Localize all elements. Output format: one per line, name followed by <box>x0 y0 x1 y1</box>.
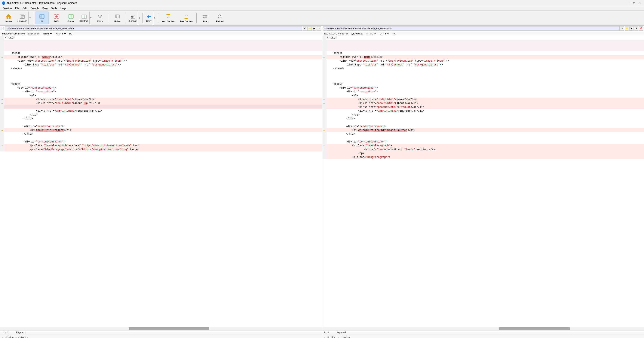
menu-search[interactable]: Search <box>29 6 40 10</box>
left-encoding-select[interactable]: UTF-8ASCII <box>56 32 66 35</box>
horizontal-scrollbar-right[interactable] <box>322 327 644 330</box>
table-row: <div id="headerContainer"> <box>322 124 644 128</box>
sessions-dropdown-arrow[interactable]: ▼ <box>28 12 32 24</box>
sessions-main[interactable]: Sessions <box>16 12 28 24</box>
line-indicator <box>322 74 326 78</box>
keyword-left: Keyword <box>16 331 25 334</box>
right-format-select[interactable]: HTMLText <box>366 32 376 35</box>
line-indicator <box>0 124 4 128</box>
menu-help[interactable]: Help <box>59 6 68 10</box>
line-indicator <box>322 136 326 140</box>
table-row: </div> <box>0 132 322 136</box>
right-encoding-select[interactable]: UTF-8ASCII <box>379 32 390 35</box>
context-dropdown-arrow[interactable]: ▼ <box>90 12 92 24</box>
svg-rect-26 <box>184 18 188 18</box>
menu-view[interactable]: View <box>40 6 50 10</box>
filepath-open-folder-left[interactable]: 📁 <box>308 26 312 30</box>
filepath-browse-right[interactable]: ▼ <box>620 26 624 30</box>
menu-edit[interactable]: Edit <box>21 6 29 10</box>
context-button[interactable]: Context ▼ <box>79 12 92 24</box>
scrollbar-thumb-right[interactable] <box>499 327 570 330</box>
copy-dropdown-arrow[interactable]: ▼ <box>153 12 156 24</box>
line-indicator <box>322 124 326 128</box>
filepath-open-folder-right[interactable]: 📁 <box>625 26 629 30</box>
filepath-input-left[interactable] <box>5 26 302 30</box>
next-section-button[interactable]: Next Section <box>160 12 177 24</box>
table-row: <link rel="shortcut icon" href="img/favi… <box>322 59 644 63</box>
filepath-nav-right[interactable]: ▶ <box>630 26 634 30</box>
format-main[interactable]: A a Format <box>128 12 138 24</box>
line-indicator <box>322 63 326 67</box>
line-indicator <box>0 136 4 140</box>
sessions-button[interactable]: Sessions ▼ <box>16 12 32 24</box>
maximize-button[interactable]: □ <box>632 1 637 5</box>
filepath-nav-left[interactable]: ▶ <box>312 26 316 30</box>
fileinfo-left: 8/30/2024 4:34:54 PM 2,414 bytes HTMLTex… <box>0 31 322 36</box>
filepath-input-right[interactable] <box>323 26 620 30</box>
prev-section-icon <box>183 14 189 20</box>
context-main[interactable]: Context <box>79 12 90 24</box>
filepath-pin-right[interactable]: 📌 <box>639 26 643 30</box>
line-indicator <box>322 140 326 144</box>
code-text: <div id="contentWrapper"> <box>4 86 322 90</box>
fileinfo-right: 10/23/2024 2:46:32 PM 2,310 bytes HTMLTe… <box>322 31 644 36</box>
swap-button[interactable]: Swap <box>198 12 212 24</box>
svg-text:a: a <box>133 16 134 18</box>
table-row: ⇐ <p class="learnParagraph"> <box>322 144 644 148</box>
svg-rect-10 <box>69 14 71 18</box>
diff-arrow: ⇒ <box>1 128 3 132</box>
home-button[interactable]: Home <box>2 12 16 24</box>
code-text: </div> <box>4 132 322 136</box>
reload-button[interactable]: Reload <box>213 12 226 24</box>
code-text: <html> <box>4 36 322 40</box>
code-text <box>4 136 322 140</box>
diff-pane-right[interactable]: <html> <head> ⇐ <title>Tower :: Home</ti… <box>322 36 644 327</box>
format-button[interactable]: A a Format ▼ <box>128 12 141 24</box>
diff-arrow: ⇐ <box>323 144 325 148</box>
menu-session[interactable]: Session <box>1 6 14 10</box>
copy-main[interactable]: Copy <box>144 12 153 24</box>
horizontal-scrollbar-left[interactable] <box>0 327 322 330</box>
table-row: <li><a href="product.html">Product</a></… <box>322 105 644 109</box>
line-indicator <box>0 63 4 67</box>
line-indicator <box>322 70 326 74</box>
code-text: <link type="text/css" rel="stylesheet" h… <box>4 63 322 67</box>
copy-button[interactable]: Copy ▼ <box>144 12 156 24</box>
diffs-button[interactable]: Diffs <box>50 12 63 24</box>
table-row: </div> <box>322 132 644 136</box>
format-icon: A a <box>130 14 136 20</box>
format-dropdown-arrow[interactable]: ▼ <box>138 12 141 24</box>
table-row: <html> <box>322 36 644 40</box>
table-row: ⇐ <li><a href="index.html">Home</a></li> <box>322 98 644 102</box>
filepath-up-right[interactable]: ⬆ <box>634 26 638 30</box>
close-button[interactable]: ✕ <box>637 1 642 5</box>
svg-rect-17 <box>84 16 86 16</box>
minimize-button[interactable]: ─ <box>626 1 632 5</box>
filepath-up-left[interactable]: ⬆ <box>317 26 321 30</box>
filepath-browse-left[interactable]: ▼ <box>303 26 307 30</box>
code-text <box>4 70 322 74</box>
all-icon <box>39 14 45 20</box>
same-button[interactable]: Same <box>64 12 78 24</box>
menu-file[interactable]: File <box>14 6 21 10</box>
code-text: <li><a href="index.html">Home</a></li> <box>4 98 322 102</box>
scrollbar-thumb-left[interactable] <box>129 327 209 330</box>
diff-pane-left[interactable]: <html> <head> ⇒ <title>Tower :: About</t… <box>0 36 322 327</box>
table-row: </div> <box>0 117 322 121</box>
rules-button[interactable]: Rules <box>110 12 124 24</box>
code-text <box>4 105 322 109</box>
left-format-select[interactable]: HTMLText <box>42 32 53 35</box>
menu-tools[interactable]: Tools <box>50 6 59 10</box>
prev-section-button[interactable]: Prev Section <box>178 12 195 24</box>
all-button[interactable]: All <box>35 12 49 24</box>
diff-arrow: ⇐ <box>323 128 325 132</box>
table-row <box>322 40 644 51</box>
code-text: <a href="learn">Visit our "learn" sectio… <box>326 148 644 152</box>
right-code-content: <html> <head> ⇐ <title>Tower :: Home</ti… <box>322 36 644 159</box>
code-text: <title>Tower :: Home</title> <box>326 55 644 59</box>
keyword-right: Keyword <box>337 331 346 334</box>
diffs-icon <box>54 14 60 20</box>
table-row: ⇒ <h1>About This Project</h1> <box>0 128 322 132</box>
minor-button[interactable]: Minor <box>93 12 107 24</box>
code-text: <html> <box>326 36 644 40</box>
